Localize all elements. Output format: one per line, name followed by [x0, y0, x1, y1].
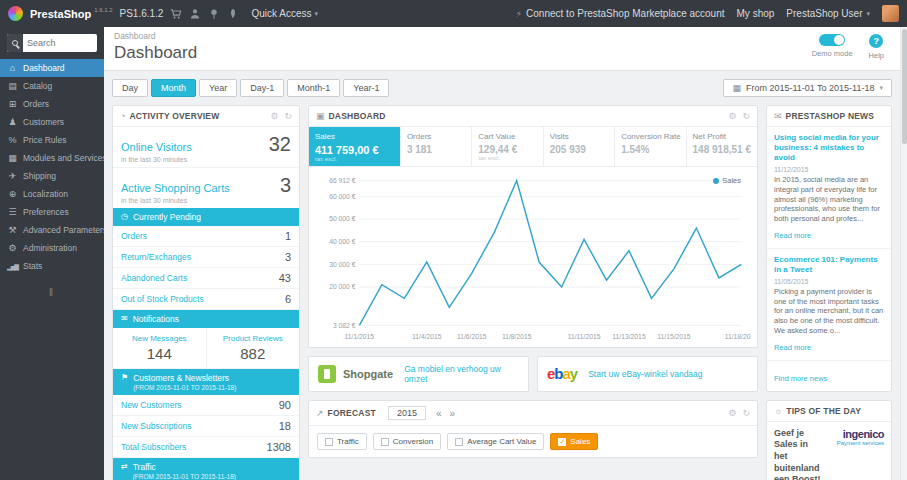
date-range-button[interactable]: ▦ From 2015-11-01 To 2015-11-18 ▾	[723, 79, 892, 97]
product-reviews-stat[interactable]: Product Reviews882	[206, 328, 300, 368]
breadcrumb[interactable]: Dashboard	[114, 31, 197, 41]
new-customers-row[interactable]: New Customers90	[113, 395, 299, 416]
panel-settings-icon[interactable]: ⚙	[270, 111, 278, 121]
forecast-metric-conversion[interactable]: Conversion	[373, 433, 441, 450]
sidebar-item-orders[interactable]: ⊞Orders	[0, 95, 104, 113]
sales-line-chart[interactable]: 66 912 €60 000 €50 000 €40 000 €30 000 €…	[315, 171, 751, 345]
scrollbar-thumb[interactable]	[902, 29, 907, 144]
demo-mode-label: Demo mode	[812, 49, 853, 58]
online-visitors-stat[interactable]: Online Visitors32 in the last 30 minutes	[113, 127, 299, 167]
forecast-metric-traffic[interactable]: Traffic	[317, 433, 367, 450]
pending-orders-row[interactable]: Orders1	[113, 226, 299, 247]
out-of-stock-row[interactable]: Out of Stock Products6	[113, 289, 299, 310]
version-label: 1.6.1.2	[94, 7, 112, 13]
chevron-down-icon: ▾	[879, 84, 883, 92]
new-messages-stat[interactable]: New Messages144	[113, 328, 206, 368]
kpi-label: Net Profit	[693, 132, 751, 141]
kpi-visits[interactable]: Visits205 939	[544, 127, 615, 166]
pin-icon[interactable]	[208, 8, 220, 20]
customers-notifications-icon[interactable]	[189, 8, 201, 20]
range-year-1-button[interactable]: Year-1	[343, 79, 389, 97]
quick-access-menu[interactable]: Quick Access▾	[251, 8, 318, 19]
ebay-logo: ebay	[547, 366, 577, 381]
prestashop-logo-text[interactable]: PrestaShop	[30, 8, 91, 20]
vertical-scrollbar[interactable]	[900, 27, 907, 480]
news-article-link[interactable]: Using social media for your business: 4 …	[774, 133, 884, 163]
svg-text:11/18/2015: 11/18/2015	[725, 333, 751, 340]
range-month-1-button[interactable]: Month-1	[287, 79, 340, 97]
new-subscriptions-row[interactable]: New Subscriptions18	[113, 416, 299, 437]
search-button[interactable]	[7, 34, 23, 52]
svg-text:11/13/2015: 11/13/2015	[612, 333, 646, 340]
total-subscribers-row[interactable]: Total Subscribers1308	[113, 437, 299, 458]
row-value: 43	[279, 272, 291, 284]
traffic-header: ⇄Traffic(FROM 2015-11-01 TO 2015-11-18)	[113, 458, 299, 480]
kpi-cart-value[interactable]: Cart Value129,44 €tax excl.	[472, 127, 543, 166]
range-day-1-button[interactable]: Day-1	[240, 79, 284, 97]
read-more-link[interactable]: Read more	[774, 343, 811, 352]
sidebar-item-customers[interactable]: ♟Customers	[0, 113, 104, 131]
range-month-button[interactable]: Month	[151, 79, 196, 97]
avatar[interactable]	[882, 5, 899, 22]
pending-returns-row[interactable]: Return/Exchanges3	[113, 247, 299, 268]
panel-settings-icon[interactable]: ⚙	[728, 111, 736, 121]
forecast-year-select[interactable]: 2015	[388, 406, 426, 420]
find-more-news-link[interactable]: Find more news	[774, 374, 827, 383]
active-carts-label: Active Shopping Carts	[121, 182, 230, 194]
forecast-next-button[interactable]: »	[448, 408, 458, 419]
sidebar-item-localization[interactable]: ⊕Localization	[0, 185, 104, 203]
read-more-link[interactable]: Read more	[774, 231, 811, 240]
panel-refresh-icon[interactable]: ↻	[284, 111, 292, 121]
range-day-button[interactable]: Day	[112, 79, 148, 97]
sidebar-item-advanced-parameters[interactable]: ⚒Advanced Parameters	[0, 221, 104, 239]
prestashop-backoffice: PrestaShop 1.6.1.2 PS1.6.1.2 Quick Acces…	[0, 0, 907, 480]
search-input[interactable]	[23, 38, 97, 48]
tips-of-the-day-panel: ☼ TIPS OF THE DAY Geef je Sales in het b…	[766, 400, 892, 480]
sidebar-item-administration[interactable]: ⚙Administration	[0, 239, 104, 257]
calendar-icon: ▦	[732, 83, 741, 93]
sidebar-item-price-rules[interactable]: %Price Rules	[0, 131, 104, 149]
marketplace-link[interactable]: ⚡Connect to PrestaShop Marketplace accou…	[516, 8, 725, 19]
chart-legend: Sales	[713, 176, 741, 185]
kpi-net-profit[interactable]: Net Profit148 918,51 €	[687, 127, 757, 166]
sidebar-item-label: Catalog	[23, 81, 52, 91]
section-title: Traffic	[133, 462, 156, 472]
active-carts-stat[interactable]: Active Shopping Carts3 in the last 30 mi…	[113, 167, 299, 208]
svg-text:50 000 €: 50 000 €	[329, 215, 356, 222]
user-menu[interactable]: PrestaShop User▾	[786, 8, 870, 19]
forecast-metric-sales[interactable]: ✓Sales	[550, 433, 598, 450]
panel-refresh-icon[interactable]: ↻	[742, 111, 750, 121]
cell-value: 144	[117, 345, 202, 362]
forecast-prev-button[interactable]: «	[434, 408, 444, 419]
svg-text:60 000 €: 60 000 €	[329, 193, 356, 200]
sidebar-item-stats[interactable]: ▂▅▇Stats	[0, 257, 104, 275]
range-year-button[interactable]: Year	[199, 79, 237, 97]
traffic-icon: ⇄	[121, 462, 128, 471]
sidebar-item-dashboard[interactable]: ⌂Dashboard	[0, 59, 104, 77]
help-icon[interactable]: ?	[869, 34, 883, 48]
rocket-icon[interactable]	[227, 8, 239, 20]
kpi-label: Cart Value	[478, 132, 536, 141]
kpi-conversion-rate[interactable]: Conversion Rate1.54%	[615, 127, 686, 166]
news-article-link[interactable]: Ecommerce 101: Payments in a Tweet	[774, 255, 884, 275]
ingenico-logo[interactable]: ingenico Payment services	[828, 428, 884, 446]
shop-name-link[interactable]: PS1.6.1.2	[120, 8, 164, 19]
demo-mode-toggle[interactable]	[819, 34, 845, 46]
kpi-orders[interactable]: Orders3 181	[401, 127, 472, 166]
panel-refresh-icon[interactable]: ↻	[742, 408, 750, 418]
sidebar-item-modules[interactable]: ▦Modules and Services	[0, 149, 104, 167]
sidebar-item-catalog[interactable]: ▤Catalog	[0, 77, 104, 95]
forecast-metric-average-cart-value[interactable]: Average Cart Value	[447, 433, 544, 450]
svg-text:20 000 €: 20 000 €	[329, 283, 356, 290]
sidebar-item-preferences[interactable]: ☰Preferences	[0, 203, 104, 221]
shopgate-cta-link[interactable]: Ga mobiel en verhoog uw omzet	[404, 364, 519, 384]
sidebar-search[interactable]	[7, 34, 97, 52]
sidebar-collapse-button[interactable]: ‖	[0, 287, 104, 298]
kpi-sales[interactable]: Sales411 759,00 €tax excl.	[309, 127, 401, 166]
sidebar-item-shipping[interactable]: ✈Shipping	[0, 167, 104, 185]
ebay-cta-link[interactable]: Start uw eBay-winkel vandaag	[588, 369, 702, 379]
my-shop-link[interactable]: My shop	[737, 8, 775, 19]
abandoned-carts-row[interactable]: Abandoned Carts43	[113, 268, 299, 289]
panel-settings-icon[interactable]: ⚙	[728, 408, 736, 418]
cart-notifications-icon[interactable]	[170, 8, 182, 20]
